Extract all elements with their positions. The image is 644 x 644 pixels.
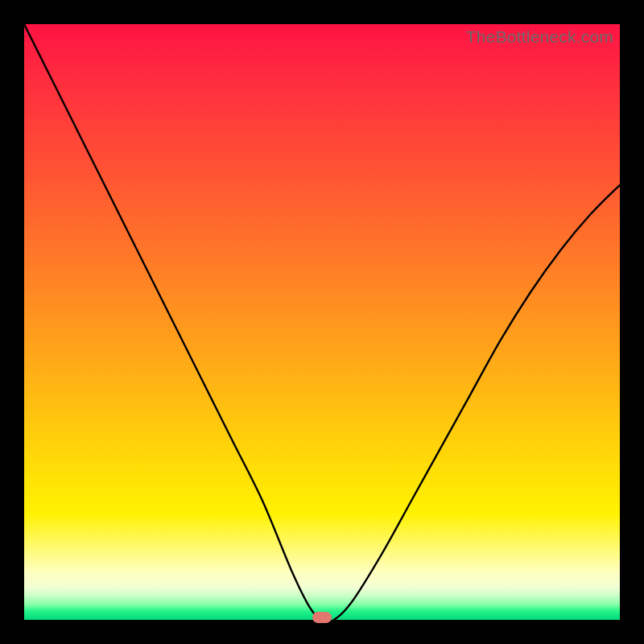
optimal-point-marker <box>312 612 332 623</box>
bottleneck-curve <box>24 24 620 620</box>
plot-area: TheBottleneck.com <box>24 24 620 620</box>
chart-frame: TheBottleneck.com <box>0 0 644 644</box>
